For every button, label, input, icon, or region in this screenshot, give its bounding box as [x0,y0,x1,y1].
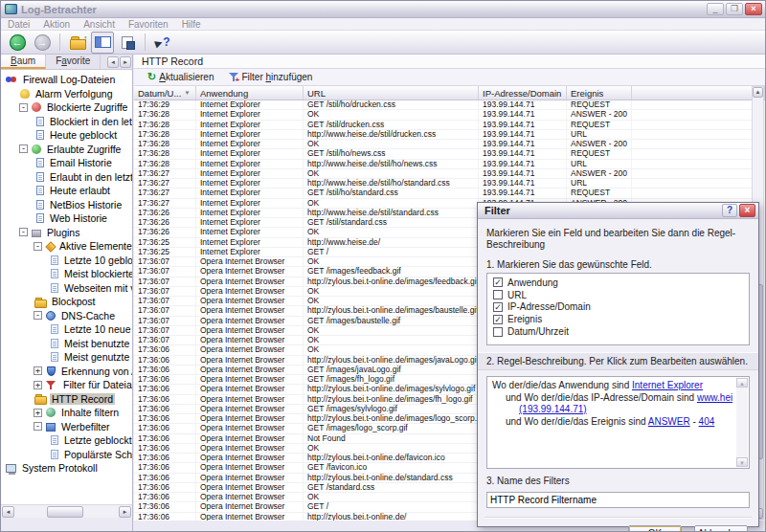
tree-item[interactable]: Letzte 10 neue Einträge [1,322,132,337]
table-row[interactable]: 17:36:28Internet ExplorerGET /stil/ho/ne… [134,149,765,159]
rule-link[interactable]: ANSWER [648,416,690,427]
tree-item[interactable]: Blockpost [1,295,132,309]
tab-favorite[interactable]: Favorite [46,55,101,69]
tree-item[interactable]: +Erkennung von Angriffen [1,365,132,379]
menu-item-ansicht[interactable]: Ansicht [83,19,115,30]
column-header-4[interactable]: IP-Adresse/Domain [479,86,567,100]
tree-item[interactable]: -Aktive Elemente [1,239,132,254]
rule-link[interactable]: www.heise.de [697,392,732,403]
field-option[interactable]: ✓IP-Adresse/Domain [493,301,743,314]
forward-button[interactable]: → [31,32,54,54]
collapse-icon[interactable]: - [19,103,28,112]
minimize-icon[interactable]: _ [707,3,724,15]
tree-item[interactable]: Heute erlaubt [1,184,132,198]
checkbox-checked-icon[interactable]: ✓ [493,315,503,324]
expand-icon[interactable]: + [34,381,42,389]
tree-item[interactable]: HTTP Record [1,392,132,407]
scroll-left-icon[interactable]: ◄ [2,506,14,518]
tree-item[interactable]: Letzte 10 geblockte akti [1,254,132,268]
table-row[interactable]: 17:36:28Internet ExplorerOK193.99.144.71… [134,140,765,149]
ok-button[interactable]: OK [628,525,682,532]
tree-item[interactable]: System Protokoll [1,461,132,476]
column-header-1[interactable]: Datum/U...▼ [134,86,196,100]
expand-icon[interactable]: + [34,409,42,417]
tree-item[interactable]: Populärste Schlüsselwör [1,448,132,462]
tab-baum[interactable]: Baum [1,55,46,69]
checkbox-unchecked-icon[interactable] [493,290,503,299]
table-row[interactable]: 17:36:28Internet ExplorerGET /stil/druck… [134,121,765,130]
toggle-tree-panel-button[interactable] [91,32,114,54]
filter-name-input[interactable] [486,492,750,508]
menu-item-hilfe[interactable]: Hilfe [182,19,201,30]
tree-item[interactable]: -Blockierte Zugriffe [1,100,132,115]
collapse-icon[interactable]: - [34,422,42,431]
field-option[interactable]: Datum/Uhrzeit [493,325,743,338]
field-option[interactable]: ✓Anwendung [493,277,743,289]
close-icon[interactable]: × [745,3,762,15]
tab-scroll-left-icon[interactable]: ◄ [107,56,119,68]
filter-hinzuf-gen-button[interactable]: +Filter hinzufügen [221,70,320,85]
tree-item[interactable]: Meist benutzte Einträge [1,337,132,351]
rule-link[interactable]: Internet Explorer [632,380,703,390]
table-row[interactable]: 17:36:27Internet ExplorerOK193.99.144.71… [134,169,765,179]
tree-item[interactable]: Firewall Log-Dateien [1,73,132,87]
column-header-3[interactable]: URL [304,86,479,100]
tree-item[interactable]: Erlaubt in den letzten 10 Mi [1,170,132,185]
tree-item[interactable]: -Plugins [1,226,132,240]
tree-item[interactable]: -DNS-Cache [1,309,132,323]
tree-item[interactable]: +Filter für Dateianhänge [1,378,132,392]
save-export-button[interactable] [116,32,139,54]
tree-item[interactable]: Webseiten mit vielen akt [1,281,132,296]
tree-item[interactable]: -Werbefilter [1,420,132,434]
table-row[interactable]: 17:36:28Internet ExplorerOK193.99.144.71… [134,110,765,120]
tree-item[interactable]: Meist genutzte Einträge [1,350,132,365]
scroll-right-icon[interactable]: ► [119,506,131,518]
menu-item-datei[interactable]: Datei [8,19,30,30]
checkbox-unchecked-icon[interactable] [493,327,503,337]
collapse-icon[interactable]: - [19,144,28,153]
back-button[interactable]: ← [6,32,29,54]
collapse-icon[interactable]: - [34,242,42,251]
tree-item[interactable]: NetBios Historie [1,198,132,212]
table-row[interactable]: 17:36:27Internet ExplorerGET /stil/ho/st… [134,188,765,198]
expand-icon[interactable]: + [34,366,42,375]
tree-item[interactable]: Alarm Verfolgung [1,87,132,101]
tree-item[interactable]: Web Historie [1,211,132,226]
table-row[interactable]: 17:36:27Internet Explorerhttp://www.heis… [134,179,765,188]
tree-item[interactable]: Email Historie [1,156,132,170]
open-folder-button[interactable]: ↑ [66,32,89,54]
tree-item[interactable]: Blockiert in den letzten 10 M [1,115,132,129]
rule-scrollbar[interactable]: ▲ ▼ [736,378,748,467]
tree-item[interactable]: +Inhalte filtern [1,406,132,420]
tab-scroll-right-icon[interactable]: ► [120,56,131,68]
tree-item[interactable]: Heute geblockt [1,128,132,143]
rule-link[interactable]: 404 [699,416,715,427]
cancel-button[interactable]: Abbrechen [694,525,748,532]
collapse-icon[interactable]: - [19,228,28,236]
checkbox-checked-icon[interactable]: ✓ [493,277,503,287]
checkbox-checked-icon[interactable]: ✓ [493,302,503,312]
scroll-thumb[interactable] [47,506,83,518]
maximize-icon[interactable]: ❐ [726,3,743,15]
column-header-2[interactable]: Anwendung [196,86,304,100]
context-help-button[interactable]: ▶? [151,32,174,54]
scroll-down-icon[interactable]: ▼ [736,457,748,467]
scroll-up-icon[interactable]: ▲ [753,87,763,98]
aktualisieren-button[interactable]: ↻Aktualisieren [140,70,221,85]
scroll-up-icon[interactable]: ▲ [736,378,748,388]
field-option[interactable]: URL [493,289,743,301]
menu-item-aktion[interactable]: Aktion [43,19,70,30]
column-header-5[interactable]: Ereignis [567,86,632,100]
field-option[interactable]: ✓Ereignis [493,313,743,325]
collapse-icon[interactable]: - [34,311,42,320]
table-row[interactable]: 17:36:28Internet Explorerhttp://www.heis… [134,160,765,169]
tree-horizontal-scrollbar[interactable]: ◄ ► [1,504,132,518]
tree-item[interactable]: Letzte geblockte Werbe [1,433,132,448]
rule-link[interactable]: (193.99.144.71) [519,404,587,414]
table-row[interactable]: 17:36:29Internet ExplorerGET /stil/ho/dr… [134,100,765,110]
tree-item[interactable]: Meist blockierte aktive In [1,267,132,281]
table-row[interactable]: 17:36:28Internet Explorerhttp://www.heis… [134,130,765,140]
menu-item-favoriten[interactable]: Favoriten [128,19,169,30]
dialog-close-icon[interactable]: × [739,204,755,217]
dialog-help-icon[interactable]: ? [722,204,737,217]
